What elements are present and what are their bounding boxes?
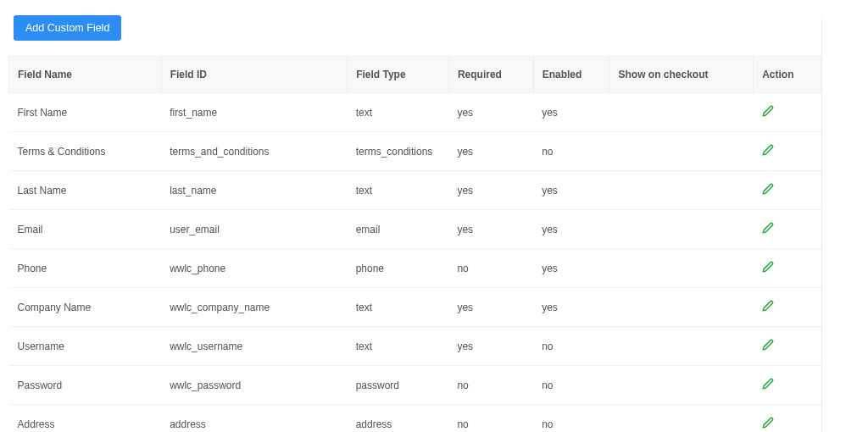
cell-required: yes — [448, 210, 533, 249]
cell-enabled: no — [533, 327, 609, 366]
cell-show-on-checkout — [609, 366, 754, 405]
cell-show-on-checkout — [609, 288, 754, 327]
cell-enabled: yes — [533, 249, 609, 288]
cell-field-type: email — [348, 210, 449, 249]
header-required: Required — [448, 57, 533, 93]
cell-field-type: text — [348, 93, 449, 132]
cell-show-on-checkout — [609, 171, 754, 210]
table-row: Addressaddressaddressnono — [9, 405, 821, 433]
cell-action — [754, 171, 821, 210]
cell-enabled: yes — [533, 288, 609, 327]
cell-action — [754, 93, 821, 132]
cell-show-on-checkout — [609, 132, 754, 171]
cell-action — [754, 405, 821, 433]
cell-show-on-checkout — [609, 93, 754, 132]
table-row: Emailuser_emailemailyesyes — [9, 210, 821, 249]
cell-field-id: address — [161, 405, 348, 433]
table-row: Terms & Conditionsterms_and_conditionste… — [9, 132, 821, 171]
cell-enabled: no — [533, 132, 609, 171]
table-row: Usernamewwlc_usernametextyesno — [9, 327, 821, 366]
cell-field-id: wwlc_username — [161, 327, 348, 366]
header-field-type: Field Type — [348, 57, 449, 93]
cell-field-name: Email — [9, 210, 162, 249]
edit-icon[interactable] — [762, 144, 774, 156]
cell-field-id: wwlc_password — [161, 366, 348, 405]
cell-enabled: yes — [533, 171, 609, 210]
cell-required: yes — [448, 93, 533, 132]
cell-field-name: Password — [9, 366, 162, 405]
cell-required: yes — [448, 288, 533, 327]
edit-icon[interactable] — [762, 339, 774, 351]
header-field-name: Field Name — [9, 57, 162, 93]
cell-show-on-checkout — [609, 405, 754, 433]
cell-field-id: terms_and_conditions — [161, 132, 348, 171]
edit-icon[interactable] — [762, 105, 774, 117]
cell-field-type: text — [348, 327, 449, 366]
cell-field-type: terms_conditions — [348, 132, 449, 171]
table-header-row: Field Name Field ID Field Type Required … — [9, 57, 821, 93]
cell-field-name: Terms & Conditions — [9, 132, 162, 171]
header-enabled: Enabled — [533, 57, 609, 93]
cell-field-type: phone — [348, 249, 449, 288]
table-row: First Namefirst_nametextyesyes — [9, 93, 821, 132]
cell-field-name: Phone — [9, 249, 162, 288]
cell-field-type: text — [348, 171, 449, 210]
cell-enabled: no — [533, 366, 609, 405]
table-row: Last Namelast_nametextyesyes — [9, 171, 821, 210]
cell-field-name: Address — [9, 405, 162, 433]
cell-field-id: first_name — [161, 93, 348, 132]
cell-field-name: First Name — [9, 93, 162, 132]
cell-field-type: address — [348, 405, 449, 433]
cell-required: no — [448, 405, 533, 433]
add-custom-field-button[interactable]: Add Custom Field — [14, 15, 121, 41]
cell-show-on-checkout — [609, 327, 754, 366]
edit-icon[interactable] — [762, 222, 774, 234]
cell-show-on-checkout — [609, 249, 754, 288]
cell-action — [754, 249, 821, 288]
cell-field-name: Company Name — [9, 288, 162, 327]
table-row: Company Namewwlc_company_nametextyesyes — [9, 288, 821, 327]
cell-enabled: no — [533, 405, 609, 433]
cell-action — [754, 288, 821, 327]
cell-enabled: yes — [533, 93, 609, 132]
cell-required: no — [448, 249, 533, 288]
cell-required: yes — [448, 327, 533, 366]
cell-field-id: user_email — [161, 210, 348, 249]
cell-field-name: Last Name — [9, 171, 162, 210]
edit-icon[interactable] — [762, 300, 774, 312]
cell-required: no — [448, 366, 533, 405]
cell-show-on-checkout — [609, 210, 754, 249]
table-row: Passwordwwlc_passwordpasswordnono — [9, 366, 821, 405]
header-show-on-checkout: Show on checkout — [609, 57, 754, 93]
cell-action — [754, 327, 821, 366]
cell-field-id: wwlc_company_name — [161, 288, 348, 327]
cell-field-name: Username — [9, 327, 162, 366]
edit-icon[interactable] — [762, 183, 774, 195]
cell-action — [754, 366, 821, 405]
cell-action — [754, 210, 821, 249]
cell-action — [754, 132, 821, 171]
cell-required: yes — [448, 132, 533, 171]
custom-fields-table: Field Name Field ID Field Type Required … — [8, 56, 821, 432]
header-field-id: Field ID — [161, 57, 348, 93]
cell-field-type: text — [348, 288, 449, 327]
header-action: Action — [754, 57, 821, 93]
edit-icon[interactable] — [762, 261, 774, 273]
edit-icon[interactable] — [762, 417, 774, 429]
cell-required: yes — [448, 171, 533, 210]
table-row: Phonewwlc_phonephonenoyes — [9, 249, 821, 288]
cell-enabled: yes — [533, 210, 609, 249]
cell-field-id: last_name — [161, 171, 348, 210]
cell-field-id: wwlc_phone — [161, 249, 348, 288]
edit-icon[interactable] — [762, 378, 774, 390]
cell-field-type: password — [348, 366, 449, 405]
